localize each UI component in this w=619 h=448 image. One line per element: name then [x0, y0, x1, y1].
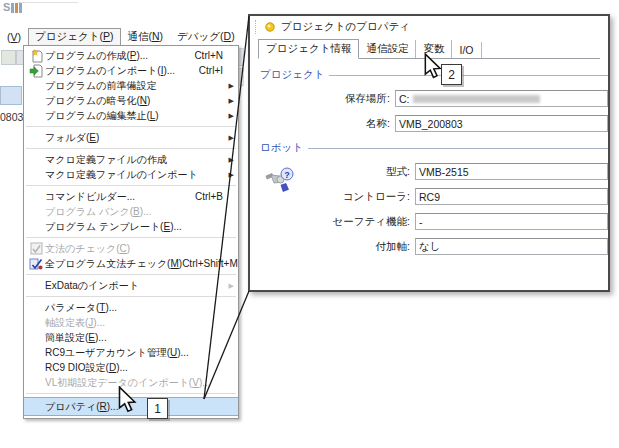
menu-item-label: RC9 DIO設定(D)...: [45, 361, 128, 375]
menu-item-label: プログラムの前準備設定: [45, 79, 156, 93]
submenu-arrow-icon: ▶: [229, 134, 234, 142]
menu-item-label: 簡単設定(E)...: [45, 331, 107, 345]
group-label-project: プロジェクト: [260, 68, 324, 82]
menu-item-rc9-user-account[interactable]: RC9ユーザアカウント管理(U)...: [24, 345, 238, 360]
window-edge-fragment: [18, 2, 78, 3]
project-menu-dropdown: プログラムの作成(P)...Ctrl+Nプログラムのインポート(I)...Ctr…: [23, 45, 239, 419]
grip-icon: [255, 20, 257, 34]
group-robot: ロボット?型式:VMB-2515コントローラ:RC9セーフティ機能:-付加軸:な…: [258, 141, 608, 255]
menubar-item-debug[interactable]: デバッグ(D): [170, 28, 242, 46]
menu-separator: [26, 185, 236, 186]
properties-icon: [264, 21, 276, 33]
field-input-save-location[interactable]: C:: [395, 90, 608, 107]
submenu-arrow-icon: ▶: [229, 171, 234, 179]
group-header-line: [308, 148, 608, 149]
field-row-extra-axis: 付加軸:なし: [258, 238, 608, 255]
tab-io[interactable]: I/O: [452, 42, 481, 58]
field-input-safety-function[interactable]: -: [415, 213, 608, 230]
logo-bar-icon: [11, 3, 14, 13]
menu-item-easy-setting[interactable]: 簡単設定(E)...: [24, 330, 238, 345]
menu-item-label: マクロ定義ファイルの作成: [45, 153, 167, 167]
group-header-line: [329, 75, 608, 76]
toolbar-fragment-icon: [1, 50, 16, 65]
menubar-item-communication[interactable]: 通信(N): [121, 28, 171, 46]
menu-item-label: プログラム テンプレート(E)...: [45, 220, 182, 234]
field-label-save-location: 保存場所:: [258, 92, 395, 106]
tab-project-info[interactable]: プロジェクト情報: [258, 39, 359, 59]
tree-selection-fragment: [0, 86, 22, 105]
menu-item-command-builder[interactable]: コマンドビルダー...Ctrl+B: [24, 189, 238, 204]
menu-item-shortcut: Ctrl+I: [199, 65, 235, 76]
logo-bar-icon: [19, 3, 22, 13]
menubar-item-view-fragment[interactable]: (V): [0, 29, 28, 45]
dialog-titlebar: プロジェクトのプロパティ: [250, 16, 608, 38]
menu-item-label: RC9ユーザアカウント管理(U)...: [45, 346, 189, 360]
menu-item-axis-setting-table[interactable]: 軸設定表(J)...: [24, 315, 238, 330]
menu-item-label: プログラムの作成(P)...: [45, 49, 148, 63]
field-row-save-location: 保存場所:C:: [258, 90, 608, 107]
field-row-safety-function: セーフティ機能:-: [258, 213, 608, 230]
menu-separator: [26, 237, 236, 238]
group-label-robot: ロボット: [260, 141, 303, 155]
menu-item-shortcut: Ctrl+B: [195, 191, 235, 202]
dialog-title: プロジェクトのプロパティ: [281, 20, 410, 34]
menu-item-program-encryption[interactable]: プログラムの暗号化(N)▶: [24, 93, 238, 108]
menu-item-create-macro-definition-file[interactable]: マクロ定義ファイルの作成▶: [24, 152, 238, 167]
field-input-extra-axis[interactable]: なし: [415, 238, 608, 255]
submenu-arrow-icon: ▶: [229, 282, 234, 290]
step-1-badge: 1: [147, 398, 168, 419]
menu-item-exdata-import[interactable]: ExDataのインポート▶: [24, 278, 238, 293]
logo-bar-icon: [15, 3, 18, 13]
menu-separator: [26, 296, 236, 297]
submenu-arrow-icon: ▶: [229, 97, 234, 105]
menu-item-label: プログラムの暗号化(N): [45, 94, 150, 108]
menu-item-label: 軸設定表(J)...: [45, 316, 105, 330]
field-label-project-name: 名称:: [258, 117, 395, 131]
field-row-controller: コントローラ:RC9: [258, 188, 608, 205]
menu-item-rc9-dio-setting[interactable]: RC9 DIO設定(D)...: [24, 360, 238, 375]
cursor-arrow-2: [421, 53, 447, 79]
menu-item-label: プログラムの編集禁止(L): [45, 109, 159, 123]
menu-separator: [26, 126, 236, 127]
menu-item-program-edit-protect[interactable]: プログラムの編集禁止(L)▶: [24, 108, 238, 123]
submenu-arrow-icon: ▶: [229, 156, 234, 164]
field-label-safety-function: セーフティ機能:: [258, 215, 415, 229]
menu-item-label: 文法のチェック(C): [45, 242, 130, 256]
field-value-safety-function: -: [419, 216, 423, 228]
field-value-model: VMB-2515: [419, 166, 469, 178]
field-value-project-name: VMB_200803: [399, 118, 463, 130]
menu-item-create-program[interactable]: プログラムの作成(P)...Ctrl+N: [24, 48, 238, 63]
menu-item-label: プログラムのインポート(I)...: [45, 64, 175, 78]
field-input-controller[interactable]: RC9: [415, 188, 608, 205]
menu-item-program-bank[interactable]: プログラム バンク(B)...: [24, 204, 238, 219]
menu-item-label: マクロ定義ファイルのインポート: [45, 168, 198, 182]
field-input-model[interactable]: VMB-2515: [415, 163, 608, 180]
field-row-model: 型式:VMB-2515: [258, 163, 608, 180]
dialog-content: プロジェクト保存場所:C:名称:VMB_200803ロボット?型式:VMB-25…: [250, 68, 608, 255]
menu-item-folder[interactable]: フォルダ(E)▶: [24, 130, 238, 145]
menu-item-label: コマンドビルダー...: [45, 190, 135, 204]
redacted-text: [413, 95, 540, 103]
new-program-icon: [27, 49, 45, 63]
menu-item-import-program[interactable]: プログラムのインポート(I)...Ctrl+I: [24, 63, 238, 78]
menu-item-label: プログラム バンク(B)...: [45, 205, 151, 219]
logo-letter: S: [3, 1, 10, 13]
menu-item-program-template[interactable]: プログラム テンプレート(E)...: [24, 219, 238, 234]
group-header: ロボット: [260, 141, 608, 155]
menu-item-parameter[interactable]: パラメータ(T)...: [24, 300, 238, 315]
field-input-project-name[interactable]: VMB_200803: [395, 115, 608, 132]
menu-item-shortcut: Ctrl+N: [194, 50, 235, 61]
field-label-extra-axis: 付加軸:: [258, 240, 415, 254]
grammar-check-all-icon: [27, 257, 45, 271]
project-name-fragment: 0803: [0, 111, 23, 123]
field-value-controller: RC9: [419, 191, 440, 203]
submenu-arrow-icon: ▶: [229, 82, 234, 90]
menu-item-label: パラメータ(T)...: [45, 301, 117, 315]
menu-item-import-macro-definition-file[interactable]: マクロ定義ファイルのインポート▶: [24, 167, 238, 182]
menu-item-grammar-check-all[interactable]: 全プログラム文法チェック(M)Ctrl+Shift+M: [24, 256, 238, 271]
menu-item-grammar-check[interactable]: 文法のチェック(C): [24, 241, 238, 256]
menu-item-program-preparation-settings[interactable]: プログラムの前準備設定▶: [24, 78, 238, 93]
tab-communication-settings[interactable]: 通信設定: [359, 40, 416, 58]
menu-item-label: 全プログラム文法チェック(M): [45, 257, 182, 271]
menubar-item-project[interactable]: プロジェクト(P): [28, 28, 121, 46]
